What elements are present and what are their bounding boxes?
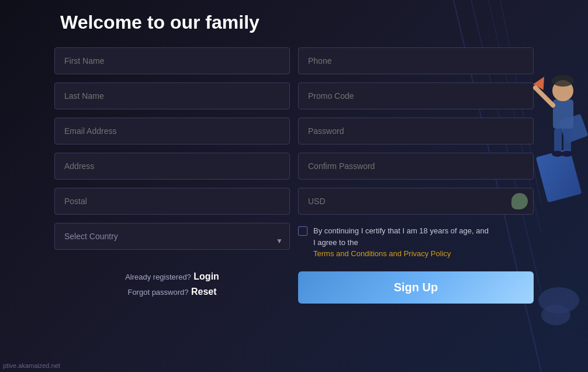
- sign-up-button[interactable]: Sign Up: [298, 271, 534, 304]
- terms-checkbox-row: By continuing I certify that I am 18 yea…: [298, 225, 534, 259]
- svg-rect-5: [553, 99, 573, 129]
- already-registered-text: Already registered?: [125, 273, 191, 281]
- email-input[interactable]: [54, 118, 290, 144]
- address-input[interactable]: [54, 153, 290, 180]
- reset-link-row: Forgot password? Reset: [127, 287, 216, 297]
- promo-code-field: [298, 82, 534, 109]
- password-input[interactable]: [298, 118, 534, 144]
- svg-point-12: [561, 151, 573, 157]
- svg-rect-10: [563, 129, 571, 152]
- phone-field: [298, 47, 534, 74]
- page-container: Welcome to our family: [0, 0, 588, 372]
- bottom-links: Already registered? Login Forgot passwor…: [54, 271, 290, 304]
- confirm-password-field: [298, 153, 534, 180]
- login-link-row: Already registered? Login: [125, 271, 219, 282]
- login-link[interactable]: Login: [193, 271, 219, 281]
- page-title: Welcome to our family: [60, 12, 534, 33]
- svg-line-8: [535, 88, 553, 105]
- promo-code-input[interactable]: [298, 82, 534, 109]
- first-name-field: [54, 47, 290, 74]
- reset-link[interactable]: Reset: [191, 287, 217, 297]
- checkbox-section: By continuing I certify that I am 18 yea…: [298, 225, 534, 259]
- form-area: Welcome to our family: [43, 12, 545, 304]
- svg-rect-9: [554, 129, 562, 152]
- currency-input[interactable]: [298, 188, 534, 215]
- postal-input[interactable]: [54, 188, 290, 215]
- terms-link[interactable]: Terms and Conditions and Privacy Policy: [313, 249, 451, 258]
- address-field: [54, 153, 290, 180]
- terms-text: By continuing I certify that I am 18 yea…: [313, 225, 489, 259]
- postal-field: [54, 188, 290, 215]
- svg-point-7: [552, 75, 574, 87]
- confirm-password-input[interactable]: [298, 153, 534, 180]
- first-name-input[interactable]: [54, 47, 290, 74]
- country-select[interactable]: Select Country United States United King…: [54, 223, 290, 250]
- country-field: Select Country United States United King…: [54, 223, 290, 259]
- terms-checkbox[interactable]: [298, 226, 307, 236]
- currency-field: [298, 188, 534, 215]
- forgot-password-text: Forgot password?: [127, 288, 188, 297]
- terms-text-part1: By continuing I certify that I am 18 yea…: [313, 226, 489, 235]
- last-name-input[interactable]: [54, 82, 290, 109]
- form-grid: Select Country United States United King…: [54, 47, 534, 304]
- password-field: [298, 118, 534, 144]
- phone-input[interactable]: [298, 47, 534, 74]
- decoration-figure: [524, 29, 588, 263]
- email-field: [54, 118, 290, 144]
- terms-text-part2: I agree to the: [313, 238, 358, 247]
- footer-url: ptive.akamaized.net: [3, 362, 60, 369]
- last-name-field: [54, 82, 290, 109]
- deco-cloud-2: [541, 305, 570, 325]
